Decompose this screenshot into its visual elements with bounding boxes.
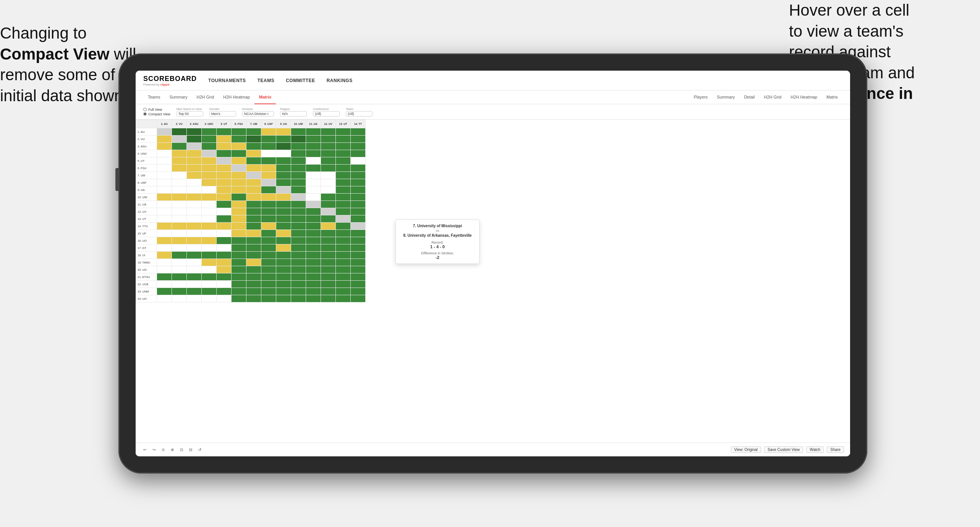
- matrix-cell[interactable]: [157, 143, 172, 150]
- matrix-cell[interactable]: [276, 230, 291, 237]
- matrix-cell[interactable]: [261, 194, 276, 201]
- matrix-cell[interactable]: [336, 259, 351, 266]
- matrix-cell[interactable]: [336, 230, 351, 237]
- matrix-cell[interactable]: [202, 172, 217, 179]
- matrix-cell[interactable]: [187, 208, 202, 215]
- matrix-cell[interactable]: [291, 208, 306, 215]
- filter-max-teams-select[interactable]: Top 50: [177, 111, 203, 116]
- matrix-cell[interactable]: [232, 215, 246, 223]
- matrix-cell[interactable]: [172, 230, 187, 237]
- matrix-cell[interactable]: [246, 165, 261, 172]
- matrix-cell[interactable]: [321, 208, 336, 215]
- matrix-cell[interactable]: [351, 194, 366, 201]
- matrix-cell[interactable]: [202, 150, 217, 157]
- matrix-cell[interactable]: [232, 172, 246, 179]
- matrix-cell[interactable]: [172, 201, 187, 208]
- matrix-cell[interactable]: [246, 252, 261, 259]
- matrix-cell[interactable]: [172, 172, 187, 179]
- matrix-cell[interactable]: [172, 194, 187, 201]
- matrix-cell[interactable]: [232, 288, 246, 295]
- matrix-cell[interactable]: [172, 252, 187, 259]
- matrix-cell[interactable]: [217, 128, 232, 136]
- subnav-players[interactable]: Players: [689, 91, 713, 104]
- matrix-cell[interactable]: [336, 223, 351, 230]
- matrix-cell[interactable]: [321, 157, 336, 165]
- matrix-cell[interactable]: [276, 281, 291, 288]
- matrix-cell[interactable]: [306, 273, 321, 281]
- matrix-cell[interactable]: [351, 150, 366, 157]
- view-original-button[interactable]: View: Original: [731, 446, 761, 453]
- watch-button[interactable]: Watch: [806, 446, 824, 453]
- matrix-cell[interactable]: [306, 136, 321, 143]
- matrix-cell[interactable]: [321, 165, 336, 172]
- matrix-cell[interactable]: [321, 295, 336, 302]
- matrix-cell[interactable]: [351, 237, 366, 244]
- matrix-cell[interactable]: [202, 186, 217, 194]
- matrix-cell[interactable]: [232, 165, 246, 172]
- matrix-cell[interactable]: [232, 186, 246, 194]
- matrix-cell[interactable]: [321, 273, 336, 281]
- nav-tournaments[interactable]: TOURNAMENTS: [208, 78, 246, 83]
- matrix-cell[interactable]: [306, 194, 321, 201]
- matrix-cell[interactable]: [336, 136, 351, 143]
- matrix-cell[interactable]: [306, 281, 321, 288]
- matrix-cell[interactable]: [172, 273, 187, 281]
- matrix-cell[interactable]: [306, 230, 321, 237]
- matrix-cell[interactable]: [232, 259, 246, 266]
- matrix-cell[interactable]: [187, 244, 202, 252]
- matrix-cell[interactable]: [306, 208, 321, 215]
- matrix-cell[interactable]: [306, 266, 321, 273]
- matrix-cell[interactable]: [351, 266, 366, 273]
- undo-button[interactable]: ↩: [142, 447, 148, 453]
- matrix-cell[interactable]: [291, 230, 306, 237]
- matrix-cell[interactable]: [336, 252, 351, 259]
- matrix-cell[interactable]: [172, 266, 187, 273]
- matrix-cell[interactable]: [217, 288, 232, 295]
- matrix-cell[interactable]: [187, 150, 202, 157]
- matrix-cell[interactable]: [336, 157, 351, 165]
- matrix-cell[interactable]: [217, 201, 232, 208]
- matrix-cell[interactable]: [202, 244, 217, 252]
- matrix-cell[interactable]: [291, 252, 306, 259]
- matrix-cell[interactable]: [157, 201, 172, 208]
- matrix-cell[interactable]: [187, 143, 202, 150]
- toolbar-btn4[interactable]: ⊟: [188, 447, 194, 453]
- matrix-cell[interactable]: [232, 237, 246, 244]
- matrix-cell[interactable]: [232, 252, 246, 259]
- matrix-cell[interactable]: [172, 288, 187, 295]
- subnav-teams[interactable]: Teams: [143, 91, 165, 104]
- matrix-cell[interactable]: [306, 252, 321, 259]
- matrix-cell[interactable]: [217, 230, 232, 237]
- matrix-cell[interactable]: [351, 252, 366, 259]
- matrix-cell[interactable]: [291, 288, 306, 295]
- matrix-cell[interactable]: [306, 157, 321, 165]
- matrix-cell[interactable]: [351, 157, 366, 165]
- matrix-cell[interactable]: [246, 223, 261, 230]
- subnav-p-matrix[interactable]: Matrix: [822, 91, 842, 104]
- matrix-cell[interactable]: [187, 128, 202, 136]
- matrix-cell[interactable]: [351, 281, 366, 288]
- matrix-cell[interactable]: [232, 143, 246, 150]
- matrix-cell[interactable]: [246, 179, 261, 186]
- matrix-cell[interactable]: [202, 165, 217, 172]
- matrix-cell[interactable]: [172, 128, 187, 136]
- matrix-cell[interactable]: [261, 143, 276, 150]
- matrix-cell[interactable]: [202, 266, 217, 273]
- matrix-cell[interactable]: [276, 237, 291, 244]
- matrix-cell[interactable]: [261, 150, 276, 157]
- matrix-cell[interactable]: [172, 237, 187, 244]
- subnav-p-summary[interactable]: Summary: [712, 91, 739, 104]
- matrix-cell[interactable]: [202, 136, 217, 143]
- matrix-cell[interactable]: [172, 143, 187, 150]
- subnav-p-h2h-grid[interactable]: H2H Grid: [760, 91, 786, 104]
- matrix-cell[interactable]: [157, 288, 172, 295]
- matrix-cell[interactable]: [202, 230, 217, 237]
- matrix-cell[interactable]: [232, 223, 246, 230]
- matrix-cell[interactable]: [246, 288, 261, 295]
- matrix-cell[interactable]: [336, 295, 351, 302]
- matrix-cell[interactable]: [172, 244, 187, 252]
- matrix-cell[interactable]: [276, 201, 291, 208]
- matrix-cell[interactable]: [157, 281, 172, 288]
- matrix-cell[interactable]: [217, 223, 232, 230]
- matrix-cell[interactable]: [351, 223, 366, 230]
